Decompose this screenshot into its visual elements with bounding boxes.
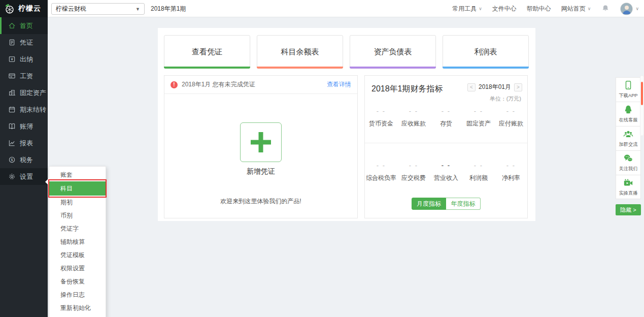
- metric-payables: - -应付账款: [495, 107, 527, 128]
- company-select-value: 柠檬云财税: [56, 5, 86, 13]
- metric-row-2: - -综合税负率 - -应交税费 - -营业收入 - -利润额 - -净利率: [365, 162, 527, 182]
- salary-icon: [8, 72, 16, 80]
- settings-icon: [8, 173, 16, 180]
- next-month-button[interactable]: >: [514, 83, 522, 91]
- month-navigator: < 2018年01月 >: [467, 83, 522, 91]
- sidebar-nav: 首页 凭证 ¥ 出纳 工资 固定资产 期末结转 账簿 报表 $ 税务 设置: [0, 17, 48, 317]
- avatar: [620, 3, 633, 15]
- scrollbar-track: [640, 75, 644, 136]
- card-subject-balance[interactable]: 科目余额表: [257, 35, 343, 69]
- wechat-icon: [623, 153, 633, 164]
- quick-link-cards: 查看凭证 科目余额表 资产负债表 利润表: [164, 35, 529, 69]
- home-icon: [8, 22, 16, 29]
- submenu-item-currency[interactable]: 币别: [49, 209, 106, 222]
- main-content-panel: 查看凭证 科目余额表 资产负债表 利润表 ! 2018年1月 您有未完成凭证 查…: [158, 28, 535, 221]
- submenu-item-permission-settings[interactable]: 权限设置: [49, 262, 106, 275]
- metric-tax-burden: - -综合税负率: [365, 162, 397, 182]
- submenu-item-reinitialize[interactable]: 重新初始化: [49, 301, 106, 314]
- alert-icon: !: [171, 81, 178, 88]
- qq-service-icon: [623, 105, 633, 115]
- notification-bell-icon[interactable]: [601, 4, 610, 13]
- join-group-button[interactable]: 加群交流: [616, 126, 641, 150]
- metric-fixed-assets: - -固定资产: [462, 107, 495, 128]
- metric-receivables: - -应收账款: [397, 107, 430, 128]
- live-video-icon: [623, 178, 633, 188]
- submenu-item-account-set[interactable]: 账套: [49, 168, 106, 181]
- settings-submenu: 账套 科目 期初 币别 凭证字 辅助核算 凭证模板 权限设置 备份恢复 操作日志…: [49, 166, 106, 317]
- floating-toolbar: 下载APP 在线客服 加群交流 关注我们 实操直播 隐藏 >: [616, 77, 641, 215]
- add-voucher-label: 新增凭证: [240, 167, 282, 176]
- unit-label: 单位：(万元): [490, 95, 521, 103]
- metric-net-margin: - -净利率: [495, 162, 527, 182]
- submenu-item-voucher-word[interactable]: 凭证字: [49, 222, 106, 235]
- red-annotation-box: [48, 179, 107, 198]
- follow-us-button[interactable]: 关注我们: [616, 150, 641, 175]
- plus-box: [240, 122, 282, 162]
- sidebar-item-home[interactable]: 首页: [0, 17, 48, 34]
- metric-inventory: - -存货: [430, 107, 462, 128]
- chevron-down-icon: ∨: [588, 6, 591, 11]
- cashier-icon: ¥: [8, 55, 16, 63]
- card-income-statement[interactable]: 利润表: [443, 35, 529, 69]
- submenu-item-voucher-template[interactable]: 凭证模板: [49, 248, 106, 262]
- divider: [365, 143, 527, 143]
- submenu-item-opening-balance[interactable]: 期初: [49, 196, 106, 209]
- phone-icon: [623, 80, 633, 90]
- submenu-item-operation-log[interactable]: 操作日志: [49, 288, 106, 301]
- svg-text:¥: ¥: [11, 57, 13, 61]
- indicators-title: 2018年1期财务指标: [371, 84, 443, 94]
- sidebar-item-cashier[interactable]: ¥ 出纳: [0, 51, 48, 68]
- metric-cash: - -货币资金: [365, 107, 397, 128]
- tax-icon: $: [8, 156, 16, 164]
- card-stripe: [164, 67, 250, 69]
- metric-profit: - -利润额: [462, 162, 495, 182]
- sidebar-item-period-end[interactable]: 期末结转: [0, 101, 48, 118]
- sidebar-item-reports[interactable]: 报表: [0, 135, 48, 151]
- card-balance-sheet[interactable]: 资产负债表: [350, 35, 436, 69]
- chevron-down-icon: ∨: [479, 6, 482, 11]
- sidebar-item-fixed-assets[interactable]: 固定资产: [0, 84, 48, 101]
- report-icon: [8, 139, 16, 147]
- top-right-menu: 常用工具∨ 文件中心 帮助中心 网站首页∨ ∨: [452, 0, 639, 17]
- card-view-vouchers[interactable]: 查看凭证: [164, 35, 250, 69]
- lemon-logo-icon: [4, 3, 15, 14]
- sidebar-item-ledger[interactable]: 账簿: [0, 118, 48, 135]
- hide-toolbar-button[interactable]: 隐藏 >: [616, 204, 641, 215]
- prev-month-button[interactable]: <: [467, 83, 476, 91]
- download-app-button[interactable]: 下载APP: [616, 77, 641, 102]
- yearly-indicators-button[interactable]: 年度指标: [446, 198, 481, 210]
- unfinished-voucher-alert: ! 2018年1月 您有未完成凭证 查看详情: [164, 76, 357, 94]
- welcome-text: 欢迎来到这里体验我们的产品!: [164, 197, 357, 206]
- card-stripe: [443, 67, 529, 69]
- menu-help-center[interactable]: 帮助中心: [527, 5, 551, 13]
- sidebar-item-settings[interactable]: 设置: [0, 168, 48, 185]
- chevron-down-icon: ∨: [635, 6, 639, 11]
- svg-text:$: $: [11, 158, 13, 162]
- metric-tax-payable: - -应交税费: [397, 162, 430, 182]
- chevron-down-icon: ▼: [135, 7, 140, 12]
- voucher-panel: ! 2018年1月 您有未完成凭证 查看详情 新增凭证 欢迎来到这里体验我们的产…: [164, 75, 358, 218]
- user-menu[interactable]: ∨: [620, 3, 639, 15]
- brand-logo[interactable]: 柠檬云: [0, 0, 48, 17]
- add-voucher-button[interactable]: 新增凭证: [240, 122, 282, 176]
- current-month: 2018年01月: [479, 83, 511, 91]
- submenu-item-auxiliary-accounting[interactable]: 辅助核算: [49, 235, 106, 248]
- view-details-link[interactable]: 查看详情: [327, 80, 351, 89]
- monthly-indicators-button[interactable]: 月度指标: [412, 198, 446, 210]
- current-period: 2018年第1期: [151, 0, 186, 17]
- submenu-item-backup-restore[interactable]: 备份恢复: [49, 275, 106, 288]
- menu-common-tools[interactable]: 常用工具∨: [452, 5, 482, 13]
- sidebar-item-tax[interactable]: $ 税务: [0, 151, 48, 168]
- company-select[interactable]: 柠檬云财税 ▼: [51, 3, 145, 15]
- sidebar-item-salary[interactable]: 工资: [0, 68, 48, 84]
- menu-file-center[interactable]: 文件中心: [492, 5, 517, 13]
- menu-website-home[interactable]: 网站首页∨: [561, 5, 591, 13]
- brand-name: 柠檬云: [18, 4, 41, 13]
- submenu-item-subjects[interactable]: 科目: [49, 181, 106, 196]
- sidebar-item-voucher[interactable]: 凭证: [0, 34, 48, 51]
- plus-icon: [248, 130, 274, 154]
- card-stripe: [257, 67, 343, 69]
- online-service-button[interactable]: 在线客服: [616, 102, 641, 126]
- live-broadcast-button[interactable]: 实操直播: [616, 175, 641, 199]
- scrollbar-thumb[interactable]: [641, 82, 643, 105]
